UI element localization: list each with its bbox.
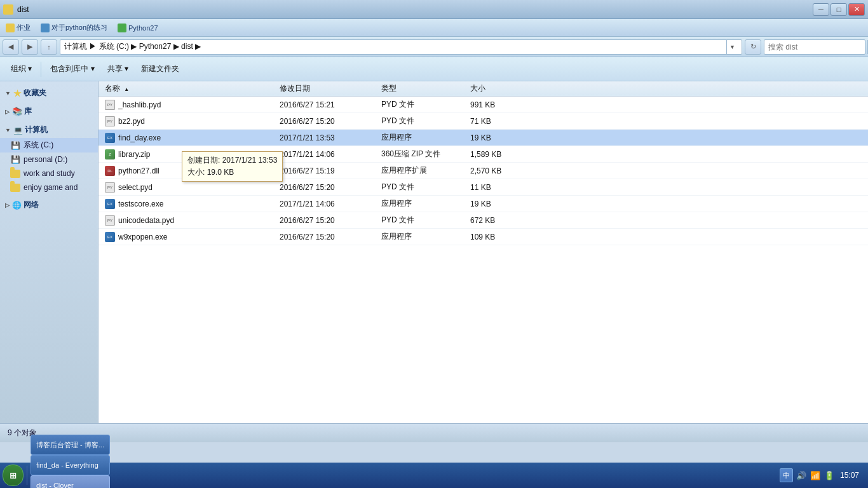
table-row[interactable]: EX w9xpopen.exe 2016/6/27 15:20 应用程序 109… <box>98 229 868 245</box>
file-date-cell: 2017/1/21 14:06 <box>276 200 378 208</box>
main-area: ▼ ★ 收藏夹 ▷ 📚 库 ▼ 💻 计算机 💾 系统 (C:) <box>0 81 868 423</box>
taskbar-right: 中 🔊 📶 🔋 15:07 <box>780 468 865 482</box>
taskbar-item[interactable]: dist - Clover <box>31 475 110 488</box>
file-name-text: find_day.exe <box>118 133 161 142</box>
tray-icon-2[interactable]: 📶 <box>810 470 821 481</box>
file-type-cell: 应用程序 <box>378 231 467 242</box>
file-type-cell: 应用程序 <box>378 198 467 209</box>
file-size-cell: 109 KB <box>467 233 531 241</box>
search-box: 🔍 <box>764 39 865 55</box>
file-type-cell: PYD 文件 <box>378 99 467 110</box>
file-type-cell: 应用程序 <box>378 132 467 143</box>
file-type-cell: 360压缩 ZIP 文件 <box>378 149 467 159</box>
share-button[interactable]: 共享 ▾ <box>102 60 134 79</box>
up-button[interactable]: ↑ <box>41 39 57 55</box>
titlebar-left: dist <box>3 4 29 15</box>
file-name-text: testscore.exe <box>118 200 163 208</box>
start-button[interactable]: ⊞ <box>3 464 24 486</box>
address-dropdown-button[interactable]: ▼ <box>726 40 738 54</box>
file-icon-exe: EX <box>105 133 115 143</box>
ql-icon-python27 <box>118 24 126 32</box>
file-type-cell: PYD 文件 <box>378 182 467 193</box>
sidebar-favorites-header[interactable]: ▼ ★ 收藏夹 <box>0 85 98 101</box>
tooltip-line2: 大小: 19.0 KB <box>187 166 277 179</box>
folder-titlebar-icon <box>3 4 13 15</box>
taskbar: ⊞ 博客后台管理 - 博客...find_da - Everythingdist… <box>0 463 868 488</box>
new-folder-button[interactable]: 新建文件夹 <box>135 60 185 79</box>
sidebar-item-work[interactable]: work and study <box>0 166 98 180</box>
titlebar-controls: ─ □ ✕ <box>813 3 865 16</box>
file-type-cell: PYD 文件 <box>378 116 467 126</box>
system-clock[interactable]: 15:07 <box>837 471 862 480</box>
include-library-button[interactable]: 包含到库中 ▾ <box>44 60 100 79</box>
d-drive-icon: 💾 <box>10 154 20 165</box>
table-row[interactable]: EX testscore.exe 2017/1/21 14:06 应用程序 19… <box>98 196 868 212</box>
tray-icon-3[interactable]: 🔋 <box>824 470 835 481</box>
sidebar-item-d-drive[interactable]: 💾 personal (D:) <box>0 152 98 166</box>
col-header-date[interactable]: 修改日期 <box>276 83 378 94</box>
address-bar[interactable]: 计算机 ▶ 系统 (C:) ▶ Python27 ▶ dist ▶ ▼ <box>60 39 742 55</box>
file-name-cell: EX w9xpopen.exe <box>98 232 276 242</box>
file-tooltip: 创建日期: 2017/1/21 13:53 大小: 19.0 KB <box>182 151 283 182</box>
refresh-button[interactable]: ↻ <box>745 39 761 55</box>
file-name-cell: PY _hashlib.pyd <box>98 100 276 110</box>
ql-icon-python <box>41 24 50 32</box>
sidebar-library-header[interactable]: ▷ 📚 库 <box>0 104 98 119</box>
sidebar-item-c-drive[interactable]: 💾 系统 (C:) <box>0 138 98 152</box>
language-button[interactable]: 中 <box>780 468 793 482</box>
file-icon-pyd: PY <box>105 182 115 193</box>
file-name-text: unicodedata.pyd <box>118 216 174 225</box>
forward-button[interactable]: ▶ <box>22 39 38 55</box>
file-date-cell: 2017/1/21 14:06 <box>276 150 378 159</box>
sidebar-network-header[interactable]: ▷ 🌐 网络 <box>0 197 98 213</box>
col-header-type[interactable]: 类型 <box>378 83 467 94</box>
taskbar-item-label: dist - Clover <box>36 482 74 488</box>
file-name-text: w9xpopen.exe <box>118 233 167 241</box>
search-input[interactable] <box>764 43 867 51</box>
game-folder-icon <box>10 182 20 193</box>
file-icon-exe: EX <box>105 232 115 242</box>
col-header-size[interactable]: 大小 <box>467 83 531 94</box>
table-row[interactable]: EX find_day.exe 2017/1/21 13:53 应用程序 19 … <box>98 130 868 146</box>
file-name-cell: PY bz2.pyd <box>98 116 276 126</box>
file-size-cell: 19 KB <box>467 200 531 208</box>
tray-icon-1[interactable]: 🔊 <box>796 470 807 481</box>
file-size-cell: 672 KB <box>467 216 531 225</box>
minimize-button[interactable]: ─ <box>813 3 829 16</box>
work-folder-icon <box>10 168 20 179</box>
file-list: 名称 ▲ 修改日期 类型 大小 PY _hashlib.pyd 2016/6/2… <box>98 81 868 423</box>
organize-button[interactable]: 组织 ▾ <box>5 60 37 79</box>
back-button[interactable]: ◀ <box>3 39 19 55</box>
file-name-cell: EX find_day.exe <box>98 133 276 143</box>
file-icon-pyd: PY <box>105 215 115 226</box>
file-list-header: 名称 ▲ 修改日期 类型 大小 <box>98 81 868 97</box>
taskbar-item[interactable]: 博客后台管理 - 博客... <box>31 435 110 455</box>
taskbar-item[interactable]: find_da - Everything <box>31 455 110 475</box>
file-date-cell: 2016/6/27 15:20 <box>276 183 378 192</box>
ql-item-homework[interactable]: 作业 <box>3 22 33 33</box>
file-icon-dll: DL <box>105 166 115 176</box>
sidebar-item-game[interactable]: enjoy game and <box>0 180 98 194</box>
table-row[interactable]: PY bz2.pyd 2016/6/27 15:20 PYD 文件 71 KB <box>98 113 868 130</box>
file-name-text: select.pyd <box>118 183 153 192</box>
ql-label-homework: 作业 <box>17 23 31 32</box>
close-button[interactable]: ✕ <box>848 3 865 16</box>
sidebar-computer-header[interactable]: ▼ 💻 计算机 <box>0 122 98 138</box>
file-date-cell: 2016/6/27 15:20 <box>276 233 378 241</box>
col-header-name[interactable]: 名称 ▲ <box>98 83 276 94</box>
ql-item-python[interactable]: 对于python的练习 <box>38 22 110 33</box>
file-size-cell: 71 KB <box>467 117 531 126</box>
file-icon-exe: EX <box>105 199 115 209</box>
ql-item-python27[interactable]: Python27 <box>115 23 160 33</box>
maximize-button[interactable]: □ <box>831 3 847 16</box>
file-type-cell: 应用程序扩展 <box>378 165 467 176</box>
tooltip-line1: 创建日期: 2017/1/21 13:53 <box>187 154 277 166</box>
file-name-cell: PY select.pyd <box>98 182 276 193</box>
table-row[interactable]: PY _hashlib.pyd 2016/6/27 15:21 PYD 文件 9… <box>98 97 868 113</box>
taskbar-items: 博客后台管理 - 博客...find_da - Everythingdist -… <box>31 435 110 488</box>
file-date-cell: 2016/6/27 15:20 <box>276 216 378 225</box>
taskbar-separator <box>27 466 27 485</box>
address-text: 计算机 ▶ 系统 (C:) ▶ Python27 ▶ dist ▶ <box>64 41 726 52</box>
file-size-cell: 991 KB <box>467 100 531 109</box>
table-row[interactable]: PY unicodedata.pyd 2016/6/27 15:20 PYD 文… <box>98 212 868 229</box>
